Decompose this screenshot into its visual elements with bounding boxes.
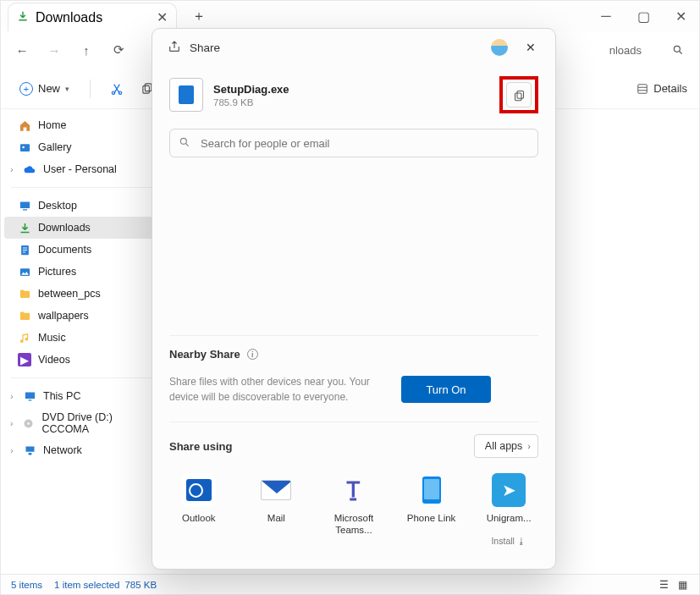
app-label: Unigram...: [487, 512, 532, 536]
details-button[interactable]: Details: [637, 82, 687, 95]
minimize-button[interactable]: ─: [587, 1, 625, 31]
share-search-box[interactable]: [169, 129, 538, 157]
sidebar-item-dvd-drive[interactable]: › DVD Drive (D:) CCCOMA: [4, 407, 163, 439]
svg-rect-5: [638, 84, 648, 93]
share-app-outlook[interactable]: Outlook: [169, 473, 229, 546]
turn-on-button[interactable]: Turn On: [401, 376, 491, 403]
file-icon: [169, 78, 203, 112]
sidebar-item-downloads[interactable]: Downloads: [4, 217, 163, 239]
svg-rect-9: [23, 209, 27, 210]
sidebar-item-documents[interactable]: Documents: [4, 239, 163, 261]
close-dialog-button[interactable]: ✕: [518, 35, 543, 60]
plus-icon: +: [19, 82, 33, 96]
sidebar-item-desktop[interactable]: Desktop: [4, 195, 163, 217]
app-label: Outlook: [182, 512, 216, 536]
share-app-phone-link[interactable]: Phone Link: [402, 473, 461, 546]
maximize-button[interactable]: ▢: [625, 1, 662, 31]
sidebar-item-this-pc[interactable]: › This PC: [4, 385, 163, 407]
install-label: Install ⭳: [491, 536, 526, 546]
sidebar-label: Downloads: [38, 222, 91, 234]
sidebar-item-videos[interactable]: ▶ Videos: [4, 349, 163, 371]
new-button[interactable]: + New ▾: [13, 76, 76, 102]
chevron-right-icon[interactable]: ›: [8, 446, 16, 455]
search-icon[interactable]: [665, 44, 691, 56]
share-app-teams[interactable]: Ṯ Microsoft Teams...: [324, 473, 383, 546]
divider: [90, 80, 91, 98]
cloud-icon: [23, 163, 36, 176]
chevron-right-icon: ›: [527, 441, 531, 451]
window-controls: ─ ▢ ✕: [587, 1, 699, 31]
file-size: 785.9 KB: [213, 97, 289, 107]
home-icon: [18, 118, 31, 132]
sidebar-item-network[interactable]: › Network: [4, 439, 163, 461]
tab-downloads[interactable]: Downloads ✕: [8, 3, 177, 31]
info-icon[interactable]: i: [247, 349, 258, 360]
chevron-right-icon[interactable]: ›: [8, 165, 16, 174]
search-icon: [179, 136, 190, 151]
close-window-button[interactable]: ✕: [662, 1, 699, 31]
share-file-info: SetupDiag.exe 785.9 KB: [152, 66, 555, 124]
share-icon: [168, 40, 181, 56]
folder-icon: [18, 287, 31, 300]
sidebar-label: User - Personal: [43, 163, 117, 175]
user-avatar[interactable]: [491, 39, 508, 56]
svg-point-0: [674, 46, 680, 52]
view-grid-button[interactable]: ▦: [675, 579, 689, 591]
svg-rect-3: [145, 84, 152, 91]
sidebar-label: Videos: [38, 354, 70, 366]
status-selected-count: 1 item selected: [54, 580, 119, 590]
svg-point-1: [112, 91, 114, 94]
share-search-row: [152, 124, 555, 166]
svg-rect-18: [517, 91, 524, 98]
nearby-share-title: Nearby Share: [169, 348, 240, 361]
sidebar-item-pictures[interactable]: Pictures: [4, 261, 163, 283]
svg-rect-16: [25, 446, 34, 451]
refresh-button[interactable]: ⟳: [106, 37, 131, 63]
pictures-icon: [18, 265, 31, 278]
cut-button[interactable]: [104, 76, 130, 102]
chevron-right-icon[interactable]: ›: [8, 392, 16, 401]
sidebar-label: wallpapers: [38, 310, 89, 322]
phone-link-icon: [415, 473, 449, 507]
sidebar-label: Desktop: [38, 200, 77, 212]
svg-point-7: [22, 146, 25, 148]
sidebar-label: Documents: [38, 244, 91, 256]
up-button[interactable]: ↑: [74, 37, 99, 63]
sidebar-item-user-personal[interactable]: › User - Personal: [4, 158, 163, 180]
divider: [11, 187, 156, 188]
status-selected-size: 785 KB: [124, 580, 157, 590]
sidebar-item-between-pcs[interactable]: between_pcs: [4, 283, 163, 305]
svg-rect-17: [28, 453, 31, 455]
details-label: Details: [653, 82, 687, 95]
sidebar-label: DVD Drive (D:) CCCOMA: [42, 411, 156, 435]
documents-icon: [18, 243, 31, 256]
svg-rect-13: [28, 399, 31, 400]
app-label: Microsoft Teams...: [324, 512, 383, 537]
sidebar-item-wallpapers[interactable]: wallpapers: [4, 305, 163, 327]
all-apps-button[interactable]: All apps ›: [474, 434, 538, 458]
svg-rect-19: [515, 93, 521, 101]
copy-button[interactable]: [506, 82, 532, 107]
dvd-icon: [22, 416, 35, 430]
new-tab-button[interactable]: ＋: [192, 8, 206, 25]
chevron-right-icon[interactable]: ›: [8, 419, 15, 428]
network-icon: [23, 443, 36, 457]
share-using-label: Share using: [169, 440, 232, 453]
forward-button[interactable]: →: [41, 37, 67, 63]
desktop-icon: [18, 199, 31, 212]
sidebar-label: Home: [38, 119, 66, 131]
close-tab-icon[interactable]: ✕: [157, 9, 168, 25]
sidebar-item-home[interactable]: Home: [4, 114, 163, 136]
share-search-input[interactable]: [199, 136, 529, 151]
view-list-button[interactable]: ☰: [657, 579, 670, 591]
sidebar-item-music[interactable]: Music: [4, 327, 163, 349]
sidebar-item-gallery[interactable]: Gallery: [4, 136, 163, 158]
share-app-unigram[interactable]: ➤ Unigram... Install ⭳: [479, 473, 538, 546]
svg-rect-8: [19, 201, 29, 208]
share-app-mail[interactable]: Mail: [247, 473, 306, 546]
share-header: Share ✕: [152, 29, 555, 66]
sidebar-label: between_pcs: [38, 288, 101, 300]
back-button[interactable]: ←: [9, 37, 35, 63]
svg-point-20: [180, 138, 186, 144]
svg-point-2: [119, 91, 121, 94]
